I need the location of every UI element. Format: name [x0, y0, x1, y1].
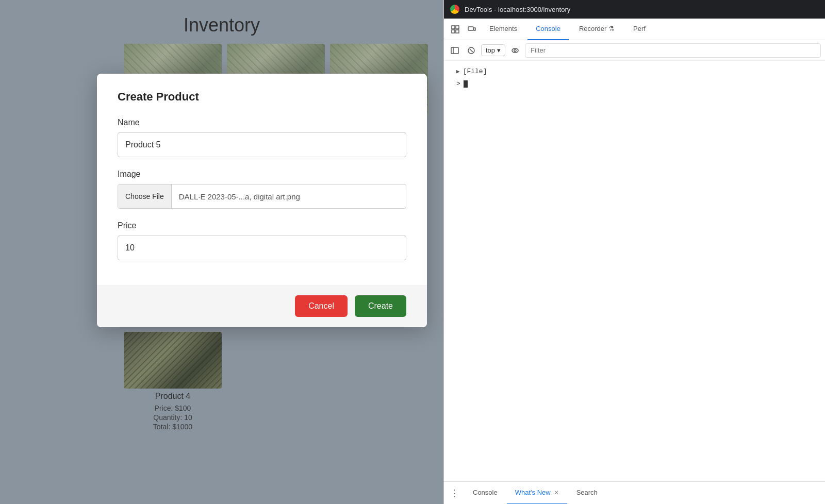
whats-new-label: What's New	[515, 489, 551, 496]
devtools-panel: DevTools - localhost:3000/inventory Elem…	[443, 0, 825, 504]
cancel-button[interactable]: Cancel	[295, 295, 348, 317]
console-cursor[interactable]	[464, 80, 468, 88]
svg-rect-5	[474, 28, 475, 30]
device-toolbar-icon[interactable]	[465, 22, 479, 37]
top-context-label: top	[486, 46, 495, 54]
console-expand-arrow-icon[interactable]	[456, 66, 460, 77]
console-file-row[interactable]: [File]	[444, 65, 825, 78]
console-filter-input[interactable]	[525, 43, 821, 58]
modal-body: Create Product Name Image Choose File DA…	[97, 74, 427, 285]
price-form-group: Price	[118, 221, 406, 260]
price-input[interactable]	[118, 236, 406, 260]
bottom-tab-console[interactable]: Console	[465, 482, 506, 505]
modal-title: Create Product	[118, 90, 406, 104]
close-whats-new-icon[interactable]: ✕	[554, 489, 559, 496]
eye-icon[interactable]	[508, 44, 522, 57]
svg-rect-2	[456, 26, 459, 29]
image-label: Image	[118, 170, 406, 179]
devtools-secondary-toolbar: top ▾	[444, 40, 825, 61]
file-input-wrapper: Choose File DALL·E 2023-05-...a, digital…	[118, 184, 406, 209]
bottom-tab-search[interactable]: Search	[568, 482, 606, 505]
price-label: Price	[118, 221, 406, 230]
choose-file-button[interactable]: Choose File	[118, 184, 172, 208]
devtools-titlebar: DevTools - localhost:3000/inventory	[444, 0, 825, 19]
tab-perf[interactable]: Perf	[625, 19, 654, 40]
name-input[interactable]	[118, 132, 406, 157]
tab-recorder[interactable]: Recorder ⚗	[571, 19, 623, 40]
svg-point-10	[512, 48, 518, 53]
tab-console[interactable]: Console	[527, 19, 569, 40]
create-product-modal: Create Product Name Image Choose File DA…	[97, 74, 427, 327]
create-button[interactable]: Create	[355, 295, 406, 317]
name-label: Name	[118, 118, 406, 127]
console-prompt-gt: >	[456, 80, 460, 88]
image-form-group: Image Choose File DALL·E 2023-05-...a, d…	[118, 170, 406, 209]
top-context-arrow-icon: ▾	[497, 46, 501, 54]
devtools-bottom-tabs: ⋮ Console What's New ✕ Search	[444, 481, 825, 504]
bottom-tab-whats-new[interactable]: What's New ✕	[507, 482, 567, 505]
devtools-title: DevTools - localhost:3000/inventory	[465, 6, 570, 13]
devtools-top-toolbar: Elements Console Recorder ⚗ Perf	[444, 19, 825, 40]
inspect-element-icon[interactable]	[448, 22, 463, 37]
svg-rect-0	[452, 26, 455, 29]
console-prompt-row: >	[444, 78, 825, 89]
svg-rect-4	[468, 27, 473, 30]
tab-elements[interactable]: Elements	[481, 19, 525, 40]
svg-line-9	[470, 49, 473, 52]
svg-rect-1	[452, 30, 455, 33]
chrome-icon	[450, 5, 459, 14]
top-context-selector[interactable]: top ▾	[481, 44, 505, 56]
more-tabs-icon[interactable]: ⋮	[447, 486, 461, 500]
name-form-group: Name	[118, 118, 406, 157]
svg-rect-6	[451, 47, 458, 54]
devtools-console-content: [File] >	[444, 61, 825, 481]
console-file-text: [File]	[463, 66, 487, 77]
modal-footer: Cancel Create	[97, 285, 427, 327]
clear-console-icon[interactable]	[465, 44, 478, 57]
svg-point-11	[514, 49, 516, 52]
svg-rect-3	[456, 30, 459, 33]
sidebar-toggle-icon[interactable]	[448, 44, 461, 57]
file-name-display: DALL·E 2023-05-...a, digital art.png	[172, 192, 406, 201]
